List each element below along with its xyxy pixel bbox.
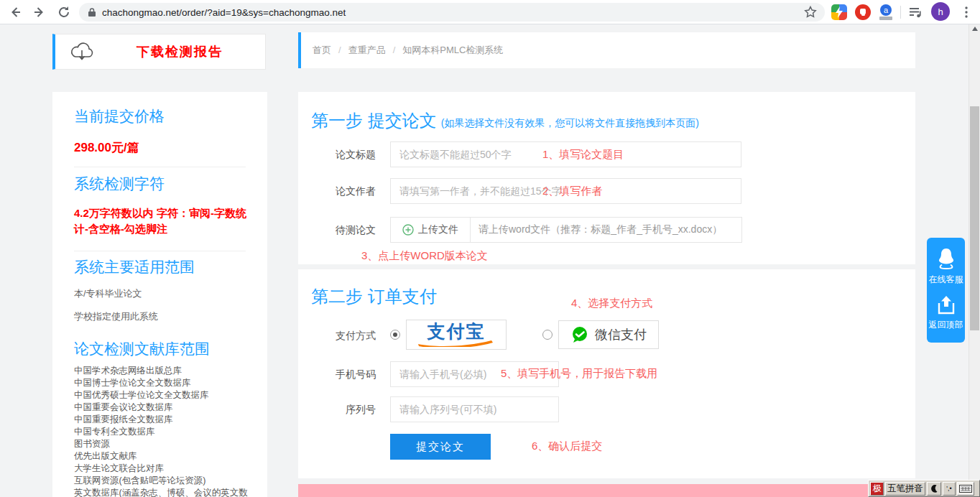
wechat-radio[interactable] bbox=[542, 330, 553, 340]
annotation-3: 3、点上传WORD版本论文 bbox=[361, 249, 488, 263]
sidebar-db-title: 论文检测文献库范围 bbox=[74, 339, 210, 359]
scrollbar-thumb[interactable] bbox=[970, 106, 979, 330]
author-label: 论文作者 bbox=[333, 185, 376, 198]
scrollbar-up-arrow-icon[interactable] bbox=[972, 27, 978, 31]
phone-label: 手机号码 bbox=[333, 368, 376, 381]
toolbar-separator bbox=[900, 6, 901, 19]
alipay-radio[interactable] bbox=[390, 330, 400, 340]
database-list-item: 中国学术杂志网络出版总库 bbox=[74, 365, 248, 377]
extension-adblock-icon[interactable] bbox=[854, 4, 872, 21]
step1-hint: (如果选择文件没有效果，您可以将文件直接拖拽到本页面) bbox=[441, 117, 699, 129]
wechat-pay-icon bbox=[570, 325, 589, 344]
upload-file-button[interactable]: 上传文件 bbox=[390, 217, 471, 243]
database-list-item: 中国重要报纸全文数据库 bbox=[74, 414, 248, 426]
ime-fullwidth-moon-icon[interactable] bbox=[927, 482, 941, 496]
reload-icon[interactable] bbox=[56, 4, 72, 20]
sidebar-scope-title: 系统主要适用范围 bbox=[74, 257, 195, 277]
ime-punctuation-icon[interactable]: ',• bbox=[943, 482, 956, 496]
price-value: 298.00元/篇 bbox=[74, 139, 139, 156]
divider bbox=[74, 167, 246, 167]
ime-logo-icon[interactable]: 极 bbox=[870, 482, 884, 496]
step2-card: 第二步 订单支付 4、选择支付方式 支付方式 支付宝 微信支付 手机号码 5、填… bbox=[298, 269, 915, 478]
database-list-item: 中国优秀硕士学位论文全文数据库 bbox=[74, 389, 248, 401]
annotation-6: 6、确认后提交 bbox=[532, 440, 602, 453]
scope-item: 学校指定使用此系统 bbox=[74, 310, 158, 323]
database-list-item: 图书资源 bbox=[74, 438, 248, 450]
step1-title: 第一步 提交论文(如果选择文件没有效果，您可以将文件直接拖拽到本页面) bbox=[311, 109, 699, 132]
sidebar-price-title: 当前提交价格 bbox=[74, 106, 165, 126]
database-list-item: 中国博士学位论文全文数据库 bbox=[74, 377, 248, 389]
step1-card: 第一步 提交论文(如果选择文件没有效果，您可以将文件直接拖拽到本页面) 论文标题… bbox=[298, 92, 915, 264]
playlist-icon[interactable] bbox=[907, 4, 924, 21]
serial-label: 序列号 bbox=[333, 404, 376, 417]
upload-hint: 请上传word文件（推荐：标题_作者_手机号_xx.docx） bbox=[470, 217, 742, 243]
alipay-option[interactable]: 支付宝 bbox=[406, 320, 507, 350]
qq-penguin-icon[interactable] bbox=[935, 248, 957, 271]
alipay-logo: 支付宝 bbox=[417, 322, 496, 347]
breadcrumb-item[interactable]: 查重产品 bbox=[348, 44, 403, 57]
bookmark-star-icon[interactable] bbox=[803, 5, 818, 22]
online-service-label[interactable]: 在线客服 bbox=[929, 274, 963, 286]
database-list-item: 中国重要会议论文数据库 bbox=[74, 401, 248, 414]
download-report-button[interactable]: 下载检测报告 bbox=[52, 34, 266, 70]
serial-input[interactable] bbox=[390, 396, 559, 422]
paper-title-label: 论文标题 bbox=[333, 149, 376, 162]
database-list: 中国学术杂志网络出版总库中国博士学位论文全文数据库中国优秀硕士学位论文全文数据库… bbox=[74, 365, 248, 497]
divider bbox=[74, 251, 246, 251]
lock-icon bbox=[88, 7, 96, 17]
extension-a-ruler-icon[interactable]: a bbox=[877, 4, 895, 21]
ime-soft-keyboard-icon[interactable] bbox=[957, 482, 974, 496]
annotation-1: 1、填写论文题目 bbox=[542, 148, 624, 162]
breadcrumb-list: 首页查重产品知网本科PMLC检测系统 bbox=[301, 44, 503, 57]
submit-paper-button[interactable]: 提交论文 bbox=[390, 434, 491, 460]
profile-avatar[interactable]: h bbox=[931, 2, 950, 21]
sidebar-chars-title: 系统检测字符 bbox=[74, 174, 165, 194]
menu-kebab-icon[interactable] bbox=[958, 4, 974, 20]
annotation-2: 2、填写作者 bbox=[542, 185, 602, 198]
browser-toolbar: chachongmao.net/order/?aid=19&sys=chacho… bbox=[0, 0, 980, 24]
annotation-4: 4、选择支付方式 bbox=[571, 297, 652, 310]
back-to-top-label[interactable]: 返回顶部 bbox=[929, 319, 963, 331]
address-bar[interactable]: chachongmao.net/order/?aid=19&sys=chacho… bbox=[79, 3, 825, 22]
database-list-item: 中国专利全文数据库 bbox=[74, 426, 248, 438]
chars-note: 4.2万字符数以内 字符：审阅-字数统计-含空格-勾选脚注 bbox=[74, 205, 259, 237]
cloud-download-icon bbox=[70, 41, 94, 62]
step2-title: 第二步 订单支付 bbox=[311, 285, 437, 308]
database-list-item: 英文数据库(涵盖杂志、博硕、会议的英文数 bbox=[74, 487, 248, 497]
forward-icon[interactable] bbox=[32, 4, 47, 20]
ime-mode-button[interactable]: 五笔拼音 bbox=[885, 482, 925, 496]
extension-colorful-icon[interactable] bbox=[831, 4, 848, 21]
database-list-item: 大学生论文联合比对库 bbox=[74, 463, 248, 475]
plus-circle-icon bbox=[402, 224, 414, 236]
breadcrumb-item[interactable]: 首页 bbox=[313, 44, 348, 57]
url-text: chachongmao.net/order/?aid=19&sys=chacho… bbox=[102, 7, 346, 18]
float-widget: 在线客服 返回顶部 bbox=[927, 238, 965, 343]
wechat-option[interactable]: 微信支付 bbox=[558, 320, 659, 349]
ime-toolbar: 极 五笔拼音 ',• bbox=[868, 480, 980, 497]
breadcrumb: 首页查重产品知网本科PMLC检测系统 bbox=[298, 32, 915, 68]
page-scrollbar[interactable] bbox=[969, 24, 980, 497]
breadcrumb-item[interactable]: 知网本科PMLC检测系统 bbox=[402, 44, 503, 57]
database-list-item: 优先出版文献库 bbox=[74, 450, 248, 463]
paper-file-label: 待测论文 bbox=[333, 224, 376, 237]
sidebar: 当前提交价格 298.00元/篇 系统检测字符 4.2万字符数以内 字符：审阅-… bbox=[52, 92, 267, 497]
database-list-item: 互联网资源(包含贴吧等论坛资源) bbox=[74, 475, 248, 487]
back-to-top-icon[interactable] bbox=[936, 294, 956, 316]
download-report-label: 下载检测报告 bbox=[94, 43, 265, 60]
scope-item: 本/专科毕业论文 bbox=[74, 287, 142, 300]
pay-method-label: 支付方式 bbox=[333, 330, 376, 343]
annotation-5: 5、填写手机号，用于报告下载用 bbox=[501, 367, 657, 381]
wechat-label: 微信支付 bbox=[595, 326, 647, 343]
back-icon[interactable] bbox=[7, 4, 23, 20]
